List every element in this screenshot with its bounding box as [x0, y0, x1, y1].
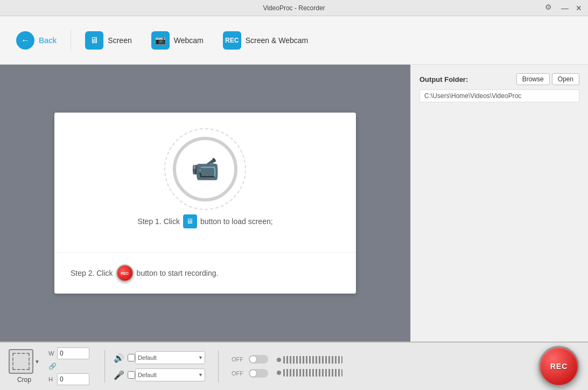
inline-screen-icon: 🖥 — [183, 214, 197, 228]
link-icon: 🔗 — [48, 363, 57, 370]
step1-text-before: Step 1. Click — [137, 217, 180, 226]
toggle-thumb-1 — [249, 356, 257, 363]
back-button[interactable]: ← Back — [9, 27, 64, 54]
settings-icon[interactable]: ⚙ — [545, 3, 556, 13]
toggle-row-2: OFF — [232, 369, 268, 378]
inline-rec-icon: REC — [116, 264, 134, 282]
volume-slider-2[interactable] — [283, 369, 342, 377]
height-label: H — [48, 376, 55, 382]
webcam-icon: 📷 — [151, 31, 170, 50]
toggle-label-2: OFF — [232, 370, 246, 377]
step1-text-after: button to load screen; — [200, 217, 273, 226]
volume-dot-1 — [277, 358, 281, 362]
bottom-bar: ▼ Crop W 🔗 H 🔊 Default ▼ — [0, 342, 588, 390]
screen-label: Screen — [108, 36, 131, 45]
title-bar: VideoProc - Recorder ⚙ — ✕ — [0, 0, 588, 16]
height-input[interactable] — [57, 373, 89, 385]
crop-dropdown-arrow[interactable]: ▼ — [34, 359, 40, 365]
open-button[interactable]: Open — [552, 73, 579, 85]
screen-webcam-button[interactable]: REC Screen & Webcam — [215, 27, 316, 54]
speaker-select-wrapper: Default ▼ — [128, 351, 205, 364]
microphone-icon: 🎤 — [114, 370, 124, 380]
preview-bottom: Step 2. Click REC button to start record… — [54, 253, 356, 294]
toggle-1[interactable] — [249, 355, 268, 364]
back-circle-icon: ← — [16, 31, 34, 50]
step1-instruction: Step 1. Click 🖥 button to load screen; — [137, 214, 272, 228]
toggle-row-1: OFF — [232, 355, 268, 364]
speaker-checkbox[interactable] — [128, 354, 135, 361]
volume-row-1 — [277, 356, 342, 364]
screen-icon: 🖥 — [85, 31, 103, 50]
mic-row: 🎤 Default ▼ — [114, 368, 205, 381]
toggle-label-1: OFF — [232, 356, 246, 363]
divider-2 — [218, 350, 219, 382]
crop-button[interactable] — [9, 349, 33, 374]
width-label: W — [48, 350, 55, 357]
output-folder-buttons: Browse Open — [516, 73, 579, 85]
right-panel: Output Folder: Browse Open C:\Users\Home… — [410, 65, 588, 342]
audio-section: 🔊 Default ▼ 🎤 Default ▼ — [114, 351, 205, 381]
preview-container: 📹 Step 1. Click 🖥 button to load screen;… — [54, 113, 356, 294]
toggle-section: OFF OFF — [232, 355, 268, 378]
minimize-button[interactable]: — — [560, 3, 570, 13]
screen-button[interactable]: 🖥 Screen — [78, 27, 139, 54]
output-path: C:\Users\Home\Videos\VideoProc — [419, 89, 579, 102]
camera-icon: 📹 — [191, 156, 219, 182]
crop-dashes-icon — [12, 353, 30, 370]
screen-webcam-label: Screen & Webcam — [246, 36, 308, 45]
step2-text-before: Step 2. Click — [71, 269, 113, 277]
volume-slider-1[interactable] — [283, 356, 342, 364]
main-content: 📹 Step 1. Click 🖥 button to load screen;… — [0, 65, 588, 342]
preview-area: 📹 Step 1. Click 🖥 button to load screen;… — [0, 65, 410, 342]
window-title: VideoProc - Recorder — [263, 4, 325, 12]
rec-main-button[interactable]: REC — [538, 346, 579, 387]
close-button[interactable]: ✕ — [574, 3, 584, 13]
volume-row-2 — [277, 369, 342, 377]
link-row: 🔗 — [48, 363, 89, 370]
mic-select-wrapper: Default ▼ — [128, 368, 205, 381]
volume-dot-2 — [277, 371, 281, 375]
step2-text-after: button to start recording. — [137, 269, 219, 277]
rec-main-label: REC — [550, 362, 568, 371]
webcam-button[interactable]: 📷 Webcam — [144, 27, 211, 54]
speaker-row: 🔊 Default ▼ — [114, 351, 205, 364]
toolbar-divider-1 — [71, 30, 71, 51]
camera-placeholder: 📹 — [173, 137, 237, 201]
inline-rec-label: REC — [121, 271, 129, 275]
toolbar: ← Back 🖥 Screen 📷 Webcam REC Screen & We… — [0, 16, 588, 65]
mic-select[interactable]: Default — [135, 368, 205, 381]
output-folder-label: Output Folder: — [419, 75, 468, 83]
output-folder-header: Output Folder: Browse Open — [419, 73, 579, 85]
window-controls: ⚙ — ✕ — [545, 3, 584, 13]
mic-checkbox[interactable] — [128, 371, 135, 379]
speaker-icon: 🔊 — [114, 353, 124, 363]
volume-section — [277, 356, 342, 377]
screen-webcam-icon: REC — [223, 31, 241, 50]
width-input[interactable] — [57, 347, 89, 359]
step2-instruction: Step 2. Click REC button to start record… — [71, 264, 218, 282]
dimensions-section: W 🔗 H — [48, 347, 89, 385]
preview-top: 📹 Step 1. Click 🖥 button to load screen; — [54, 113, 356, 253]
browse-button[interactable]: Browse — [516, 73, 550, 85]
webcam-label: Webcam — [174, 36, 204, 45]
toggle-thumb-2 — [249, 370, 257, 377]
speaker-select[interactable]: Default — [135, 351, 205, 364]
height-row: H — [48, 373, 89, 385]
crop-section: ▼ Crop — [9, 349, 40, 384]
width-row: W — [48, 347, 89, 359]
crop-btn-area: ▼ — [9, 349, 40, 374]
back-label: Back — [39, 36, 57, 45]
toggle-2[interactable] — [249, 369, 268, 378]
divider-1 — [104, 350, 105, 382]
crop-label: Crop — [17, 376, 31, 384]
rec-button-area: REC — [538, 346, 579, 387]
